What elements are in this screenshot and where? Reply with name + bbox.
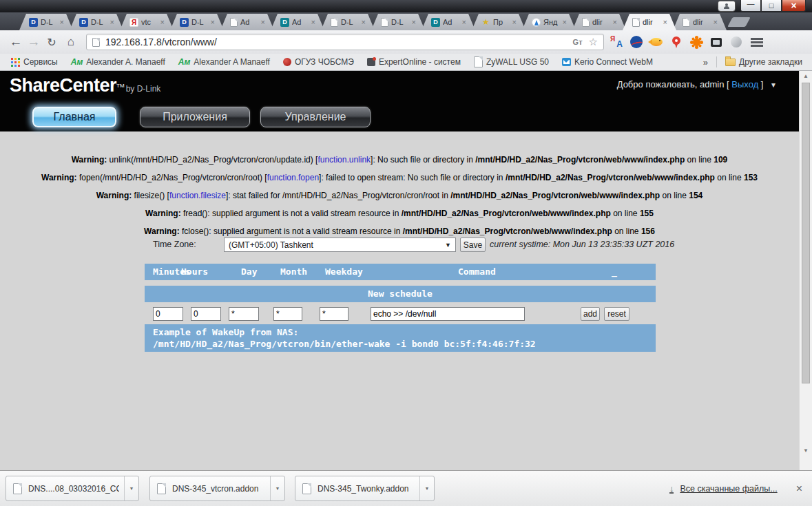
tab-close-icon[interactable]: × bbox=[462, 18, 466, 26]
reload-icon[interactable]: ↻ bbox=[43, 33, 61, 51]
bookmarks-overflow-icon[interactable]: » bbox=[703, 57, 708, 67]
profile-icon bbox=[724, 3, 729, 9]
red-round-icon bbox=[283, 58, 291, 66]
tab-close-icon[interactable]: × bbox=[60, 18, 64, 26]
tab-close-icon[interactable]: × bbox=[160, 18, 165, 26]
add-button[interactable]: add bbox=[581, 307, 600, 321]
new-tab-button[interactable] bbox=[727, 17, 750, 27]
browser-tab[interactable]: D-L × bbox=[371, 14, 425, 30]
chevron-down-icon[interactable]: ▼ bbox=[270, 476, 284, 500]
menu-icon[interactable] bbox=[751, 38, 763, 47]
tab-close-icon[interactable]: × bbox=[512, 18, 517, 26]
warning-link[interactable]: function.filesize bbox=[169, 191, 226, 200]
profile-button[interactable] bbox=[718, 1, 736, 12]
minimize-button[interactable]: — bbox=[740, 0, 761, 12]
tab-close-icon[interactable]: × bbox=[211, 18, 215, 26]
weekday-input[interactable] bbox=[320, 307, 348, 321]
day-input[interactable] bbox=[229, 307, 259, 321]
tab-close-icon[interactable]: × bbox=[563, 18, 567, 26]
browser-tab[interactable]: D Ad × bbox=[271, 14, 324, 30]
other-bookmarks-folder[interactable]: Другие закладки bbox=[725, 57, 802, 67]
timezone-select[interactable]: (GMT+05:00) Tashkent ▼ bbox=[224, 238, 456, 252]
show-all-downloads-link[interactable]: Все скачанные файлы... bbox=[680, 484, 777, 494]
browser-tab[interactable]: dlir × bbox=[673, 14, 727, 30]
warning-path: /mnt/HD/HD_a2/Nas_Prog/vtcron/web/www/in… bbox=[402, 209, 611, 218]
tab-close-icon[interactable]: × bbox=[110, 18, 114, 26]
browser-tab[interactable]: D D-L × bbox=[19, 14, 73, 30]
browser-tab[interactable]: D-L × bbox=[321, 14, 375, 30]
chevron-down-icon[interactable]: ▼ bbox=[419, 476, 434, 500]
download-item[interactable]: DNS-345_Twonky.addon ▼ bbox=[295, 476, 435, 501]
browser-tab[interactable]: Я vtc × bbox=[120, 14, 174, 30]
warning-link[interactable]: function.unlink bbox=[317, 155, 371, 165]
scroll-down-icon[interactable]: ▼ bbox=[800, 447, 812, 454]
kerio-icon bbox=[562, 58, 571, 66]
month-input[interactable] bbox=[273, 307, 302, 321]
scroll-up-icon[interactable]: ▲ bbox=[800, 73, 812, 79]
minutes-input[interactable] bbox=[153, 307, 183, 321]
forward-icon[interactable]: → bbox=[25, 33, 43, 51]
tab-close-icon[interactable]: × bbox=[311, 18, 315, 26]
bookmark-item[interactable]: ExpertOnline - систем bbox=[367, 57, 461, 67]
fish-extension-icon[interactable] bbox=[649, 34, 664, 50]
circle-extension-icon[interactable] bbox=[729, 34, 744, 50]
reset-button[interactable]: reset bbox=[604, 307, 629, 321]
bookmark-label: ExpertOnline - систем bbox=[379, 57, 461, 67]
bookmark-item[interactable]: Kerio Connect WebM bbox=[562, 57, 653, 67]
bookmark-star-icon[interactable]: ☆ bbox=[589, 36, 598, 48]
command-input[interactable] bbox=[371, 307, 525, 321]
tab-management[interactable]: Управление bbox=[260, 107, 371, 127]
tab-close-icon[interactable]: × bbox=[613, 18, 617, 26]
chevron-down-icon[interactable]: ▼ bbox=[124, 476, 138, 500]
dlink-icon: D bbox=[79, 18, 88, 27]
address-bar[interactable]: 192.168.17.8/vtcron/www/ Gт ☆ bbox=[86, 34, 604, 50]
tab-close-icon[interactable]: × bbox=[714, 18, 718, 26]
logout-link[interactable]: Выход bbox=[731, 79, 758, 89]
bookmark-item[interactable]: Aм Alexander A. Manaeff bbox=[71, 57, 165, 67]
url-text[interactable]: 192.168.17.8/vtcron/www/ bbox=[105, 36, 573, 48]
translate-icon[interactable]: Gт bbox=[573, 38, 583, 46]
gear-extension-icon[interactable] bbox=[689, 34, 704, 50]
scrollbar-thumb[interactable] bbox=[802, 83, 810, 383]
bookmark-item[interactable]: ОГУЗ ЧОБСМЭ bbox=[283, 57, 354, 67]
chevron-down-icon[interactable]: ▼ bbox=[770, 81, 777, 89]
browser-tab[interactable]: D D-L × bbox=[70, 14, 123, 30]
download-item[interactable]: DNS....08_03032016_COM ▼ bbox=[6, 476, 139, 501]
system-time-text: current systime: Mon Jun 13 23:35:33 UZT… bbox=[490, 240, 674, 249]
yandex-browser-icon bbox=[532, 18, 541, 27]
bookmark-item[interactable]: Aм Alexander A Manaeff bbox=[178, 57, 270, 67]
map-pin-extension-icon[interactable] bbox=[669, 34, 684, 50]
browser-tab[interactable]: D Ad × bbox=[421, 14, 475, 30]
file-icon bbox=[157, 483, 166, 494]
tab-title: Ad bbox=[443, 18, 460, 26]
column-weekday: Weekday bbox=[325, 266, 363, 277]
browser-tab[interactable]: D D-L × bbox=[170, 14, 224, 30]
tab-applications[interactable]: Приложения bbox=[140, 107, 250, 127]
shelf-right-controls: ↓ Все скачанные файлы... × bbox=[669, 471, 802, 506]
download-item[interactable]: DNS-345_vtcron.addon ▼ bbox=[149, 476, 285, 501]
tab-close-icon[interactable]: × bbox=[412, 18, 416, 26]
tab-close-icon[interactable]: × bbox=[261, 18, 265, 26]
close-window-button[interactable]: × bbox=[782, 0, 806, 12]
bookmark-item[interactable]: Сервисы bbox=[11, 57, 58, 67]
tab-close-icon[interactable]: × bbox=[362, 18, 366, 26]
browser-tab[interactable]: Янд × bbox=[522, 14, 576, 30]
nasa-extension-icon[interactable] bbox=[629, 34, 644, 50]
back-icon[interactable]: ← bbox=[7, 33, 25, 51]
warning-link[interactable]: function.fopen bbox=[267, 173, 319, 182]
close-shelf-icon[interactable]: × bbox=[796, 483, 802, 495]
tv-extension-icon[interactable] bbox=[709, 34, 724, 50]
scrollbar[interactable]: ▲ ▼ bbox=[799, 71, 812, 470]
tab-close-icon[interactable]: × bbox=[663, 18, 667, 26]
yandex-translate-extension-icon[interactable]: Я A bbox=[609, 34, 624, 50]
home-icon[interactable]: ⌂ bbox=[62, 33, 80, 51]
save-button[interactable]: Save bbox=[460, 238, 486, 252]
browser-tab[interactable]: Ad × bbox=[220, 14, 274, 30]
maximize-button[interactable]: □ bbox=[761, 0, 782, 12]
browser-tab[interactable]: ★ Пр × bbox=[472, 14, 525, 30]
browser-tab[interactable]: dlir × bbox=[572, 14, 626, 30]
tab-home[interactable]: Главная bbox=[32, 107, 116, 127]
browser-tab-active[interactable]: dlir × bbox=[623, 14, 676, 30]
hours-input[interactable] bbox=[191, 307, 221, 321]
bookmark-item[interactable]: ZyWALL USG 50 bbox=[474, 56, 549, 67]
